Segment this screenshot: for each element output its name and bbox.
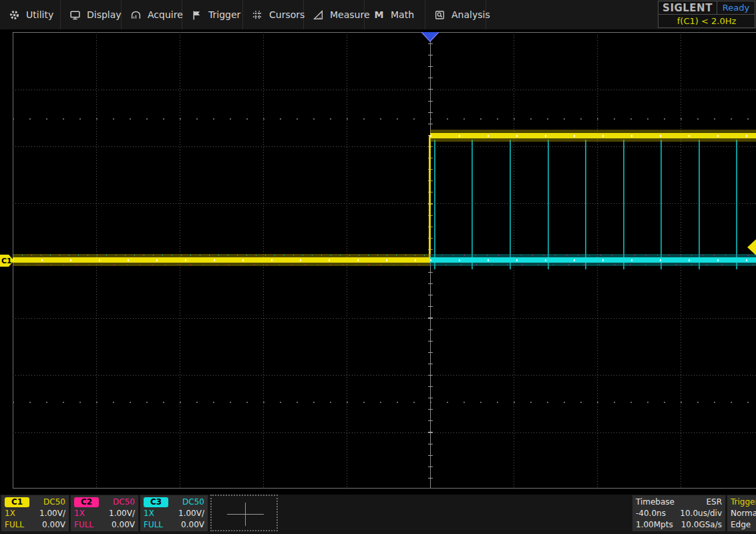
c1-probe: 1X — [5, 508, 15, 519]
timebase-scale: 10.0us/div — [680, 508, 722, 519]
grid-top-border — [13, 32, 756, 33]
timebase-box[interactable]: Timebase ESR -40.0ns 10.0us/div 1.00Mpts… — [632, 495, 725, 531]
grid-bottom-border — [13, 488, 756, 489]
grid-hline — [13, 375, 756, 376]
c3-offset: 0.00V — [181, 519, 204, 531]
c1-bandwidth: FULL — [5, 519, 24, 531]
grid-hline — [13, 432, 756, 433]
ruler-icon — [313, 9, 324, 21]
channel-placeholder-box[interactable] — [210, 495, 278, 531]
oscilloscope-screen: Utility Display Acquire Trigger Cursors — [0, 0, 756, 534]
c3-coupling: DC50 — [182, 497, 204, 508]
c2-coupling: DC50 — [113, 497, 135, 508]
c3-bandwidth: FULL — [144, 519, 163, 531]
crosshair-icon — [245, 503, 246, 526]
menu-label: Utility — [26, 9, 53, 20]
channel-box-c1[interactable]: C1 DC50 1X 1.00V/ FULL 0.00V — [1, 495, 69, 531]
c3-trace-segment — [430, 257, 756, 263]
timebase-memory: 1.00Mpts — [636, 519, 673, 531]
c1-zero-level-tag[interactable]: C1 — [0, 255, 14, 267]
acquire-gauge-icon — [130, 9, 142, 21]
menu-label: Math — [391, 9, 414, 20]
menu-item-cursors[interactable]: Cursors — [243, 0, 304, 29]
menu-label: Analysis — [451, 9, 490, 20]
c3-glitch-spike — [623, 140, 624, 269]
menu-item-display[interactable]: Display — [61, 0, 122, 29]
acquisition-status[interactable]: Ready — [717, 1, 755, 14]
menu-item-measure[interactable]: Measure — [304, 0, 365, 29]
c1-offset: 0.00V — [42, 519, 65, 531]
menu-label: Acquire — [148, 9, 183, 20]
analysis-icon — [434, 9, 445, 21]
c1-trace-step-edge — [429, 135, 431, 261]
grid-hline — [13, 318, 756, 319]
grid-minor-dot-row — [13, 118, 756, 120]
c3-glitch-spike — [471, 140, 473, 269]
c2-bandwidth: FULL — [74, 519, 93, 531]
math-icon: M — [373, 9, 385, 21]
menu-item-acquire[interactable]: Acquire — [122, 0, 182, 29]
c2-badge: C2 — [74, 497, 99, 507]
c2-probe: 1X — [74, 508, 85, 519]
header-status-box: SIGLENT Ready f(C1) < 2.0Hz — [658, 1, 755, 28]
timebase-title: Timebase — [636, 497, 675, 508]
gear-icon — [9, 9, 20, 21]
c3-glitch-spike — [510, 140, 511, 269]
c2-scale: 1.00V/ — [109, 508, 135, 519]
menu-item-math[interactable]: M Math — [365, 0, 425, 29]
menu-item-analysis[interactable]: Analysis — [425, 0, 486, 29]
siglent-logo: SIGLENT — [658, 1, 717, 14]
trigger-position-marker[interactable] — [421, 32, 439, 42]
c3-glitch-spike — [660, 140, 662, 269]
c3-glitch-spike — [699, 140, 700, 269]
trigger-level-marker[interactable] — [747, 239, 756, 255]
c2-offset: 0.00V — [112, 519, 135, 531]
c3-probe: 1X — [144, 508, 154, 519]
grid-minor-dot-row — [13, 402, 756, 403]
c1-badge: C1 — [5, 497, 29, 507]
menu-label: Trigger — [208, 9, 240, 20]
c3-glitch-spike — [736, 140, 737, 269]
menu-label: Display — [87, 9, 122, 20]
c1-scale: 1.00V/ — [39, 508, 65, 519]
grid-hline — [13, 203, 756, 204]
trigger-title: Trigger — [731, 497, 756, 508]
status-bar: C1 DC50 1X 1.00V/ FULL 0.00V C2 DC50 1X … — [0, 495, 756, 534]
grid-hline — [13, 90, 756, 90]
display-icon — [69, 9, 81, 21]
menu-label: Measure — [330, 9, 370, 20]
c1-coupling: DC50 — [43, 497, 65, 508]
trigger-type: Edge — [731, 519, 751, 531]
grid-hline — [13, 146, 756, 147]
frequency-counter: f(C1) < 2.0Hz — [658, 15, 755, 27]
timebase-samplerate: 10.0GSa/s — [681, 519, 722, 531]
c3-glitch-spike — [585, 140, 586, 269]
c3-glitch-spike — [434, 140, 435, 269]
timebase-delay: -40.0ns — [636, 508, 666, 519]
channel-box-c3[interactable]: C3 DC50 1X 1.00V/ FULL 0.00V — [140, 495, 208, 531]
c1-trace-low-segment — [13, 257, 430, 263]
menu-bar: Utility Display Acquire Trigger Cursors — [0, 0, 756, 29]
trigger-sweep: Normal — [731, 508, 756, 519]
c3-scale: 1.00V/ — [178, 508, 204, 519]
c3-badge: C3 — [144, 497, 168, 507]
flag-icon — [191, 9, 202, 21]
cursors-grid-icon — [252, 9, 263, 21]
c1-trace-high-segment — [430, 133, 756, 138]
timebase-mode: ESR — [706, 497, 722, 508]
menu-item-utility[interactable]: Utility — [0, 0, 61, 29]
channel-box-c2[interactable]: C2 DC50 1X 1.00V/ FULL 0.00V — [71, 495, 138, 531]
menu-item-trigger[interactable]: Trigger — [182, 0, 243, 29]
c3-glitch-spike — [548, 140, 549, 269]
trigger-box[interactable]: Trigger Normal Edge — [727, 495, 756, 531]
menu-label: Cursors — [269, 9, 305, 20]
